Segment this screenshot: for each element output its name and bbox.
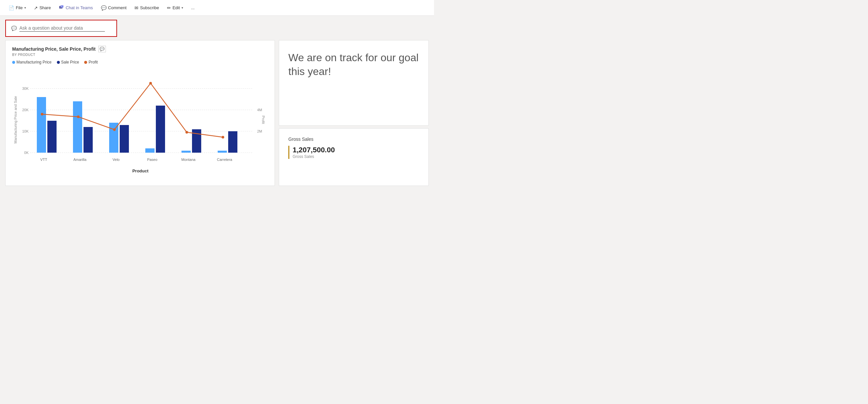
chart-comment-icon[interactable]: 💬 xyxy=(98,46,106,52)
bar-vtt-mfg xyxy=(37,97,46,153)
svg-text:20K: 20K xyxy=(22,108,29,112)
xlabel-velo: Velo xyxy=(113,157,119,162)
profit-line xyxy=(42,83,223,137)
bar-amarilla-sale xyxy=(84,127,93,153)
file-chevron: ▾ xyxy=(24,6,26,9)
chart-svg: 0K 10K 20K 30K 2M 4M Manufacturing Price… xyxy=(12,67,269,179)
svg-text:T: T xyxy=(61,6,62,7)
comment-button[interactable]: 💬 Comment xyxy=(98,3,130,12)
gross-sales-value: 1,207,500.00 xyxy=(292,146,419,154)
bar-carretera-sale xyxy=(228,131,237,153)
toolbar: 📄 File ▾ ↗ Share T Chat in Teams 💬 Comme… xyxy=(0,0,434,16)
share-label: Share xyxy=(39,5,51,10)
subscribe-icon: ✉ xyxy=(134,5,138,10)
share-button[interactable]: ↗ Share xyxy=(31,3,54,12)
profit-dot-paseo xyxy=(149,82,152,85)
gross-sales-label: Gross Sales xyxy=(288,137,419,142)
edit-label: Edit xyxy=(173,5,180,10)
xlabel-carretera: Carretera xyxy=(217,157,232,162)
svg-text:30K: 30K xyxy=(22,87,29,90)
bar-velo-mfg xyxy=(109,123,118,153)
legend-dot-profit xyxy=(84,61,87,64)
profit-dot-carretera xyxy=(222,136,224,139)
xlabel-montana: Montana xyxy=(182,157,196,162)
legend-label-mfg: Manufacturing Price xyxy=(17,60,52,64)
profit-dot-vtt xyxy=(41,113,43,115)
bar-vtt-sale xyxy=(48,121,57,153)
main-content: 💬 Manufacturing Price, Sale Price, Profi… xyxy=(0,16,434,190)
edit-button[interactable]: ✏ Edit ▾ xyxy=(164,3,186,12)
profit-dot-amarilla xyxy=(77,115,80,118)
chart-area: 0K 10K 20K 30K 2M 4M Manufacturing Price… xyxy=(12,67,269,179)
profit-dot-velo xyxy=(113,128,116,131)
chart-panel: Manufacturing Price, Sale Price, Profit … xyxy=(5,40,275,186)
comment-icon: 💬 xyxy=(101,5,106,10)
legend-sale: Sale Price xyxy=(57,60,79,64)
xlabel-paseo: Paseo xyxy=(147,157,157,162)
legend-label-profit: Profit xyxy=(88,60,98,64)
bar-montana-mfg xyxy=(182,151,191,153)
svg-text:Product: Product xyxy=(132,168,149,173)
file-label: File xyxy=(16,5,23,10)
svg-text:Profit: Profit xyxy=(261,115,265,124)
bar-carretera-mfg xyxy=(218,151,227,153)
svg-text:4M: 4M xyxy=(257,108,262,112)
legend-profit: Profit xyxy=(84,60,98,64)
chat-in-teams-button[interactable]: T Chat in Teams xyxy=(56,3,96,13)
bar-velo-sale xyxy=(120,125,129,153)
qa-input[interactable] xyxy=(20,25,105,32)
qa-box: 💬 xyxy=(5,20,117,37)
profit-dot-montana xyxy=(185,131,188,134)
comment-label: Comment xyxy=(108,5,127,10)
right-panel: We are on track for our goal this year! … xyxy=(279,40,429,186)
svg-text:2M: 2M xyxy=(257,129,262,133)
goal-text: We are on track for our goal this year! xyxy=(288,51,419,78)
svg-text:0K: 0K xyxy=(24,151,29,155)
bar-paseo-sale xyxy=(156,106,165,153)
more-button[interactable]: ... xyxy=(188,3,198,12)
svg-text:Manufacturing Price and Sale: Manufacturing Price and Sale xyxy=(13,96,18,143)
chart-subtitle: BY PRODUCT xyxy=(12,53,268,57)
legend-mfg: Manufacturing Price xyxy=(12,60,52,64)
bar-amarilla-mfg xyxy=(73,101,82,153)
xlabel-amarilla: Amarilla xyxy=(73,157,87,162)
legend-dot-sale xyxy=(57,61,60,64)
edit-chevron: ▾ xyxy=(182,6,183,9)
subscribe-button[interactable]: ✉ Subscribe xyxy=(131,3,162,12)
xlabel-vtt: VTT xyxy=(40,157,48,162)
goal-card: We are on track for our goal this year! xyxy=(279,40,429,126)
chart-legend: Manufacturing Price Sale Price Profit xyxy=(12,60,268,64)
dashboard: Manufacturing Price, Sale Price, Profit … xyxy=(5,40,429,186)
gross-sales-card: Gross Sales 1,207,500.00 Gross Sales xyxy=(279,128,429,186)
legend-dot-mfg xyxy=(12,61,15,64)
qa-icon: 💬 xyxy=(11,26,17,31)
file-menu[interactable]: 📄 File ▾ xyxy=(5,3,29,12)
edit-icon: ✏ xyxy=(167,5,171,10)
subscribe-label: Subscribe xyxy=(140,5,159,10)
gross-sales-sublabel: Gross Sales xyxy=(292,154,419,159)
more-label: ... xyxy=(191,5,195,10)
chart-title: Manufacturing Price, Sale Price, Profit … xyxy=(12,46,268,52)
share-icon: ↗ xyxy=(34,5,38,10)
bar-paseo-mfg xyxy=(145,148,155,153)
svg-text:10K: 10K xyxy=(22,129,29,133)
gross-sales-value-block: 1,207,500.00 Gross Sales xyxy=(288,146,419,159)
file-icon: 📄 xyxy=(8,5,14,10)
chat-label: Chat in Teams xyxy=(66,5,93,10)
teams-icon: T xyxy=(59,5,64,11)
legend-label-sale: Sale Price xyxy=(61,60,79,64)
